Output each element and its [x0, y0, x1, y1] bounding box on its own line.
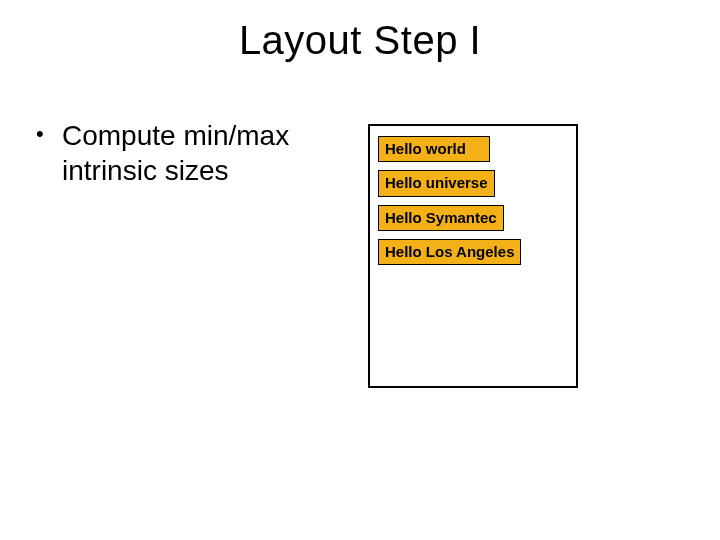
bullet-text: Compute min/max intrinsic sizes: [62, 118, 336, 188]
intrinsic-box-4: Hello Los Angeles: [378, 239, 521, 265]
intrinsic-box-3: Hello Symantec: [378, 205, 504, 231]
layout-diagram-container: Hello world Hello universe Hello Symante…: [368, 124, 578, 388]
slide-title: Layout Step I: [0, 18, 720, 63]
bullet-list: • Compute min/max intrinsic sizes: [36, 118, 336, 188]
slide: Layout Step I • Compute min/max intrinsi…: [0, 0, 720, 540]
intrinsic-box-1: Hello world: [378, 136, 490, 162]
bullet-item: • Compute min/max intrinsic sizes: [36, 118, 336, 188]
bullet-dot-icon: •: [36, 118, 62, 188]
intrinsic-box-2: Hello universe: [378, 170, 495, 196]
